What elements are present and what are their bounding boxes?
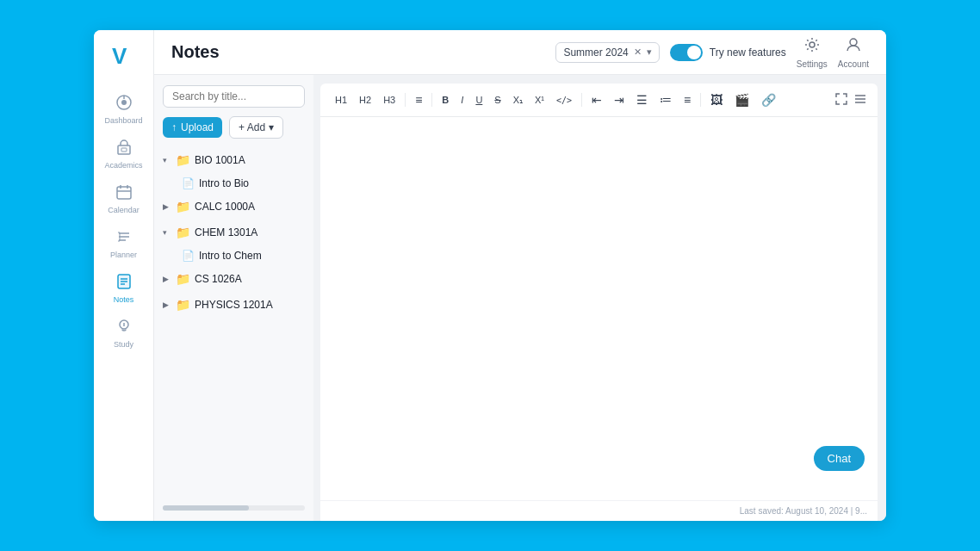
svg-rect-5 xyxy=(121,148,127,152)
planner-icon xyxy=(115,228,133,248)
toolbar-expand-icon[interactable] xyxy=(834,92,848,108)
toggle-switch[interactable] xyxy=(670,44,703,61)
folder-cs-more-icon[interactable]: ⋮ xyxy=(294,273,305,286)
chat-button[interactable]: Chat xyxy=(814,446,865,471)
upload-icon: ↑ xyxy=(171,121,177,133)
toolbar-menu-icon[interactable] xyxy=(853,92,867,108)
horizontal-scrollbar[interactable] xyxy=(163,505,305,511)
svg-point-19 xyxy=(809,42,815,47)
toolbar-h2-button[interactable]: H2 xyxy=(355,92,375,108)
folder-cs-1026a[interactable]: ▶ 📁 CS 1026A + ⋮ xyxy=(154,266,313,292)
semester-value: Summer 2024 xyxy=(563,46,628,59)
toolbar-image-button[interactable]: 🖼 xyxy=(706,90,727,109)
sidebar-item-study[interactable]: Study xyxy=(94,311,153,356)
toolbar-ordered-list-button[interactable]: ≔ xyxy=(655,90,676,109)
semester-chevron-icon[interactable]: ▾ xyxy=(647,46,652,58)
folder-cs-row[interactable]: ▶ 📁 CS 1026A + ⋮ xyxy=(163,269,305,288)
toolbar-italic-button[interactable]: I xyxy=(456,92,468,108)
svg-text:V: V xyxy=(112,43,127,69)
folder-physics-1201a[interactable]: ▶ 📁 PHYSICS 1201A + ⋮ xyxy=(154,292,313,318)
sidebar-item-notes-label: Notes xyxy=(114,295,134,304)
folder-calc-1000a[interactable]: ▶ 📁 CALC 1000A + ⋮ xyxy=(154,194,313,220)
folder-physics-more-icon[interactable]: ⋮ xyxy=(294,299,305,312)
sidebar-item-calendar[interactable]: Calendar xyxy=(94,176,153,221)
file-bio-more-icon[interactable]: ⋮ xyxy=(294,177,305,190)
file-bio-name: Intro to Bio xyxy=(199,177,289,189)
folder-chem-row[interactable]: ▾ 📁 CHEM 1301A + ⋮ xyxy=(163,223,305,242)
toolbar-bullet-button[interactable]: ≡ xyxy=(411,90,426,109)
toolbar-subscript-button[interactable]: X₁ xyxy=(509,92,527,108)
folder-chem-icon: 📁 xyxy=(176,226,190,239)
editor-toolbar: H1 H2 H3 ≡ B I U S X₁ X¹ </> ⇤ ⇥ ☰ xyxy=(320,84,878,117)
folder-calc-chevron-icon: ▶ xyxy=(163,202,171,211)
upload-button[interactable]: ↑ Upload xyxy=(163,117,222,138)
editor-footer: Last saved: August 10, 2024 | 9... xyxy=(320,500,878,521)
folder-bio-more-icon[interactable]: ⋮ xyxy=(294,154,305,167)
toolbar-h3-button[interactable]: H3 xyxy=(379,92,400,108)
notes-actions: ↑ Upload + Add ▾ xyxy=(154,116,313,147)
folder-cs-add-icon[interactable]: + xyxy=(283,273,290,286)
svg-rect-4 xyxy=(118,145,130,154)
try-new-features-toggle[interactable]: Try new features xyxy=(670,44,786,61)
add-button[interactable]: + Add ▾ xyxy=(229,116,283,139)
folder-chem-add-icon[interactable]: + xyxy=(283,226,290,239)
toolbar-video-button[interactable]: 🎬 xyxy=(730,90,754,109)
folder-bio-row[interactable]: ▾ 📁 BIO 1001A + ⋮ xyxy=(163,151,305,170)
folder-cs-name: CS 1026A xyxy=(195,273,279,285)
semester-selector[interactable]: Summer 2024 ✕ ▾ xyxy=(555,42,659,63)
account-button[interactable]: Account xyxy=(838,36,869,69)
account-icon xyxy=(845,36,862,58)
toolbar-indent-right-button[interactable]: ⇥ xyxy=(610,90,629,109)
add-chevron-icon: ▾ xyxy=(269,121,274,133)
app-logo[interactable]: V xyxy=(109,40,140,71)
sidebar-item-dashboard[interactable]: Dashboard xyxy=(94,87,153,132)
editor-body[interactable] xyxy=(320,117,878,500)
semester-close-icon[interactable]: ✕ xyxy=(634,46,642,58)
folder-calc-more-icon[interactable]: ⋮ xyxy=(294,201,305,214)
folder-chem-1301a[interactable]: ▾ 📁 CHEM 1301A + ⋮ xyxy=(154,220,313,245)
folder-bio-icon: 📁 xyxy=(176,153,190,167)
file-chem-name: Intro to Chem xyxy=(199,250,289,262)
toolbar-align-button[interactable]: ≡ xyxy=(679,90,695,109)
file-intro-to-chem[interactable]: 📄 Intro to Chem ⋮ xyxy=(154,245,313,266)
folder-bio-name: BIO 1001A xyxy=(195,154,279,166)
toolbar-bullet-list-button[interactable]: ☰ xyxy=(632,90,652,109)
folder-bio-chevron-icon: ▾ xyxy=(163,156,171,164)
sidebar: V Dashboard Academics xyxy=(94,30,154,521)
folder-calc-add-icon[interactable]: + xyxy=(283,201,290,214)
toolbar-divider-4 xyxy=(700,93,701,107)
sidebar-item-study-label: Study xyxy=(114,340,133,349)
file-intro-to-bio[interactable]: 📄 Intro to Bio ⋮ xyxy=(154,173,313,194)
folder-physics-row[interactable]: ▶ 📁 PHYSICS 1201A + ⋮ xyxy=(163,295,305,314)
search-input[interactable] xyxy=(163,85,305,108)
last-saved-text: Last saved: August 10, 2024 | 9... xyxy=(740,506,867,516)
folder-physics-name: PHYSICS 1201A xyxy=(195,299,279,311)
header: Notes Summer 2024 ✕ ▾ Try new features xyxy=(154,30,886,75)
sidebar-item-academics[interactable]: Academics xyxy=(94,132,153,176)
toolbar-strikethrough-button[interactable]: S xyxy=(490,92,505,108)
toolbar-indent-left-button[interactable]: ⇤ xyxy=(587,90,606,109)
toolbar-code-button[interactable]: </> xyxy=(552,93,576,108)
settings-button[interactable]: Settings xyxy=(797,36,828,69)
folder-cs-icon: 📁 xyxy=(176,272,190,286)
settings-label: Settings xyxy=(797,59,828,69)
toolbar-underline-button[interactable]: U xyxy=(471,92,487,108)
add-label: + Add xyxy=(239,121,265,133)
folder-bio-1001a[interactable]: ▾ 📁 BIO 1001A + ⋮ xyxy=(154,147,313,173)
scrollbar-thumb[interactable] xyxy=(163,505,249,511)
toolbar-bold-button[interactable]: B xyxy=(437,92,453,108)
folder-bio-add-icon[interactable]: + xyxy=(283,154,290,167)
calendar-icon xyxy=(115,183,133,203)
content-area: ↑ Upload + Add ▾ ▾ 📁 BIO 1001A xyxy=(154,75,886,521)
toolbar-superscript-button[interactable]: X¹ xyxy=(530,92,549,108)
sidebar-item-planner[interactable]: Planner xyxy=(94,221,153,266)
file-chem-more-icon[interactable]: ⋮ xyxy=(294,250,305,263)
toolbar-h1-button[interactable]: H1 xyxy=(331,92,351,108)
folder-physics-add-icon[interactable]: + xyxy=(283,299,290,312)
sidebar-item-academics-label: Academics xyxy=(104,161,142,170)
folder-chem-more-icon[interactable]: ⋮ xyxy=(294,226,305,239)
folder-calc-row[interactable]: ▶ 📁 CALC 1000A + ⋮ xyxy=(163,197,305,216)
sidebar-item-notes[interactable]: Notes xyxy=(94,266,153,311)
toolbar-link-button[interactable]: 🔗 xyxy=(757,90,780,109)
toolbar-divider-1 xyxy=(405,93,406,107)
